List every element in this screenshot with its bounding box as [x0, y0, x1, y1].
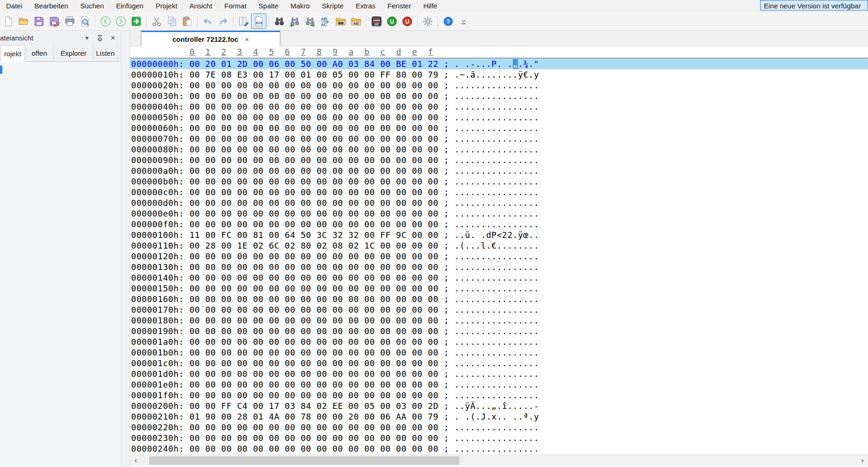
hex-row[interactable]: 000000c0h: 00 00 00 00 00 00 00 00 00 00… [131, 187, 868, 197]
save-button[interactable] [32, 14, 46, 28]
hex-row-selected[interactable]: 00000000h: 00 20 01 2D 00 06 00 50 00 A0… [130, 59, 868, 69]
scroll-left-icon[interactable]: ‹ [130, 455, 141, 466]
hex-row[interactable]: 00000120h: 00 00 00 00 00 00 00 00 00 00… [131, 251, 868, 262]
hex-row[interactable]: 000001d0h: 00 00 00 00 00 00 00 00 00 00… [131, 368, 868, 379]
scroll-right-icon[interactable]: › [857, 455, 868, 466]
menu-extras[interactable]: Extras [350, 0, 382, 12]
hex-row[interactable]: 00000100h: 11 00 FC 00 81 00 64 50 3C 32… [131, 230, 868, 240]
document-tab-close-icon[interactable]: × [245, 35, 249, 43]
new-file-button[interactable] [1, 14, 15, 28]
hex-row[interactable]: 00000040h: 00 00 00 00 00 00 00 00 00 00… [131, 101, 868, 112]
copy-button[interactable] [165, 14, 179, 28]
hex-row[interactable]: 00000230h: 00 00 00 00 00 00 00 00 00 00… [131, 433, 868, 443]
hex-row[interactable]: 00000210h: 01 90 00 28 01 4A 00 78 00 00… [131, 411, 868, 422]
panel-splitter[interactable] [121, 31, 130, 467]
hex-row[interactable]: 00000150h: 00 00 00 00 00 00 00 00 00 00… [131, 283, 868, 294]
hex-row[interactable]: 00000220h: 00 00 00 00 00 00 00 00 00 00… [131, 422, 868, 433]
row-separator: ; [438, 123, 454, 133]
hex-row[interactable]: 00000050h: 00 00 00 00 00 00 00 00 00 00… [131, 112, 868, 123]
row-ascii: ................ [454, 294, 539, 304]
cut-button[interactable] [149, 14, 164, 28]
hex-row[interactable]: 00000130h: 00 00 00 00 00 00 00 00 00 00… [131, 262, 868, 272]
hex-row[interactable]: 000001f0h: 00 00 00 00 00 00 00 00 00 00… [131, 390, 868, 401]
menu-suchen[interactable]: Suchen [74, 0, 110, 12]
help-button[interactable]: ? [441, 14, 455, 28]
hex-row[interactable]: 00000170h: 00 00 00 00 00 00 00 00 00 00… [131, 304, 868, 315]
hex-editor[interactable]: 0 1 2 3 4 5 6 7 8 9 a b c d e f 00000000… [130, 46, 868, 454]
menu-makro[interactable]: Makro [285, 0, 316, 12]
hex-row[interactable]: 00000020h: 00 00 00 00 00 00 00 00 00 00… [131, 80, 868, 91]
row-address: 00000130h: [131, 262, 184, 272]
settings-gear-button[interactable] [420, 14, 435, 28]
menu-skripte[interactable]: Skripte [316, 0, 350, 12]
hex-row[interactable]: 00000140h: 00 00 00 00 00 00 00 00 00 00… [131, 272, 868, 283]
open-folder-button[interactable] [16, 14, 31, 28]
hex-row[interactable]: 000000f0h: 00 00 00 00 00 00 00 00 00 00… [131, 219, 868, 230]
menu-projekt[interactable]: Projekt [150, 0, 184, 12]
go-arrow-button[interactable] [129, 14, 143, 28]
hex-row[interactable]: 000001b0h: 00 00 00 00 00 00 00 00 00 00… [131, 347, 868, 358]
hex-row[interactable]: 00000080h: 00 00 00 00 00 00 00 00 00 00… [131, 144, 868, 155]
replace-button[interactable]: ABAC [318, 14, 332, 28]
horizontal-scrollbar[interactable]: ‹ › [130, 454, 868, 466]
undo-button[interactable] [200, 14, 215, 28]
column-mode-button[interactable] [236, 14, 251, 28]
replace-in-files-button[interactable]: AB [349, 14, 363, 28]
hex-row[interactable]: 000000d0h: 00 00 00 00 00 00 00 00 00 00… [131, 197, 868, 208]
hex-row[interactable]: 00000180h: 00 00 00 00 00 00 00 00 00 00… [131, 315, 868, 326]
find-previous-button[interactable] [287, 14, 302, 28]
hex-row[interactable]: 000000e0h: 00 00 00 00 00 00 00 00 00 00… [131, 208, 868, 219]
nav-forward-button[interactable] [113, 14, 128, 28]
panel-close-icon[interactable]: × [109, 34, 117, 42]
panel-tab-offen[interactable]: offen [25, 45, 54, 61]
hex-row[interactable]: 00000160h: 00 00 00 00 00 00 00 00 00 00… [131, 294, 868, 304]
menu-datei[interactable]: Datei [0, 0, 28, 12]
print-preview-button[interactable] [78, 14, 92, 28]
hex-row[interactable]: 00000190h: 00 00 00 00 00 00 00 00 00 00… [131, 326, 868, 336]
scrollbar-thumb[interactable] [149, 456, 459, 465]
find-next-button[interactable] [303, 14, 317, 28]
menu-fenster[interactable]: Fenster [382, 0, 417, 12]
row-ascii: ................ [454, 348, 539, 357]
save-as-button[interactable] [47, 14, 61, 28]
panel-tab-explorer[interactable]: Explorer [54, 45, 93, 61]
hex-row[interactable]: 000001e0h: 00 00 00 00 00 00 00 00 00 00… [131, 379, 868, 390]
update-notification[interactable]: Eine neue Version ist verfügbar [760, 0, 868, 11]
menu-bearbeiten[interactable]: Bearbeiten [28, 0, 74, 12]
hex-row[interactable]: 00000030h: 00 00 00 00 00 00 00 00 00 00… [131, 91, 868, 101]
panel-pin-icon[interactable] [96, 34, 104, 42]
menu-format[interactable]: Format [219, 0, 253, 12]
hex-row[interactable]: 00000110h: 00 28 00 1E 02 6C 02 80 02 08… [131, 240, 868, 251]
ultracompare-button[interactable]: UC [369, 14, 384, 28]
hex-row[interactable]: 00000070h: 00 00 00 00 00 00 00 00 00 00… [131, 133, 868, 144]
panel-dropdown-icon[interactable]: ▾ [83, 34, 91, 42]
find-in-files-button[interactable] [333, 14, 348, 28]
document-tab[interactable]: controller 72122.foc × [141, 31, 280, 46]
redo-button[interactable] [216, 14, 230, 28]
row-bytes: 00 00 00 00 00 00 00 00 00 00 00 00 00 0… [184, 155, 438, 165]
hex-row[interactable]: 000000b0h: 00 00 00 00 00 00 00 00 00 00… [131, 176, 868, 187]
hex-row[interactable]: 00000010h: 00 7E 08 E3 00 17 00 01 00 05… [131, 69, 868, 80]
hex-row[interactable]: 00000090h: 00 00 00 00 00 00 00 00 00 00… [131, 155, 868, 165]
find-button[interactable] [272, 14, 286, 28]
hex-row[interactable]: 000001a0h: 00 00 00 00 00 00 00 00 00 00… [131, 336, 868, 347]
hex-row[interactable]: 00000060h: 00 00 00 00 00 00 00 00 00 00… [131, 123, 868, 133]
hex-row[interactable]: 00000200h: 00 00 FF C4 00 17 03 84 02 EE… [131, 401, 868, 411]
menu-ansicht[interactable]: Ansicht [183, 0, 218, 12]
nav-back-button[interactable] [98, 14, 113, 28]
panel-tab-rojekt[interactable]: rojekt [0, 45, 25, 62]
menu-spalte[interactable]: Spalte [252, 0, 285, 12]
menu-hilfe[interactable]: Hilfe [417, 0, 443, 12]
hex-row[interactable]: 000001c0h: 00 00 00 00 00 00 00 00 00 00… [131, 358, 868, 368]
menu-einfuegen[interactable]: Einfügen [110, 0, 149, 12]
ultrasentry-button[interactable]: U [400, 14, 414, 28]
paste-button[interactable] [180, 14, 194, 28]
print-button[interactable] [62, 14, 77, 28]
hex-mode-010-button[interactable]: 010 [252, 14, 266, 28]
panel-tab-listen[interactable]: Listen [93, 45, 118, 61]
hex-row[interactable]: 00000240h: 00 00 00 00 00 00 00 00 00 00… [131, 443, 868, 454]
hex-row[interactable]: 000000a0h: 00 00 00 00 00 00 00 00 00 00… [131, 165, 868, 176]
ultraedit-button[interactable]: U [384, 14, 399, 28]
row-bytes: 00 00 00 00 00 00 00 00 00 00 00 00 00 0… [184, 219, 438, 229]
toolbar-overflow-button[interactable] [456, 14, 470, 28]
